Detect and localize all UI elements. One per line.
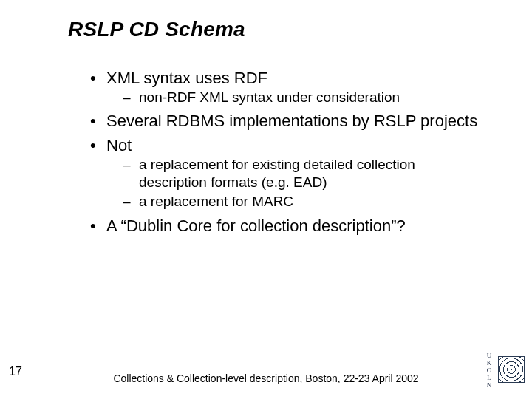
bullet-text: a replacement for existing detailed coll… [139, 157, 415, 190]
slide-title: RSLP CD Schema [68, 18, 245, 41]
bullet-text: Several RDBMS implementations by RSLP pr… [106, 112, 477, 130]
bullet-text: XML syntax uses RDF [106, 69, 267, 87]
bullet-list-level-1: XML syntax uses RDF non-RDF XML syntax u… [86, 68, 485, 236]
bullet-text: a replacement for MARC [139, 194, 293, 209]
footer-text: Collections & Collection-level descripti… [0, 372, 532, 384]
bullet-item: A “Dublin Core for collection descriptio… [86, 216, 485, 236]
bullet-text: Not [106, 136, 132, 154]
bullet-sub-item: non-RDF XML syntax under consideration [106, 89, 485, 106]
bullet-text: A “Dublin Core for collection descriptio… [106, 216, 406, 235]
logo-mark-icon [498, 356, 525, 383]
logo-letters: U K O L N [485, 352, 494, 386]
bullet-sub-item: a replacement for existing detailed coll… [106, 156, 485, 192]
bullet-list-level-2: non-RDF XML syntax under consideration [106, 89, 485, 106]
bullet-item: XML syntax uses RDF non-RDF XML syntax u… [86, 68, 485, 106]
slide: RSLP CD Schema XML syntax uses RDF non-R… [0, 0, 532, 399]
ukoln-logo: U K O L N [485, 352, 525, 386]
bullet-list-level-2: a replacement for existing detailed coll… [106, 156, 485, 211]
slide-body: XML syntax uses RDF non-RDF XML syntax u… [86, 68, 485, 240]
bullet-item: Not a replacement for existing detailed … [86, 135, 485, 211]
bullet-text: non-RDF XML syntax under consideration [139, 89, 400, 105]
bullet-sub-item: a replacement for MARC [106, 193, 485, 211]
bullet-item: Several RDBMS implementations by RSLP pr… [86, 111, 485, 132]
